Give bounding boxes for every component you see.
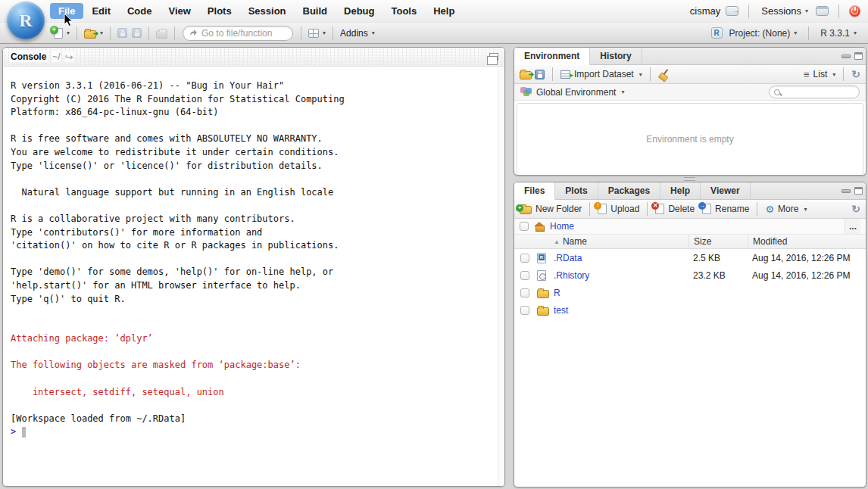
tab-history[interactable]: History [590,48,642,64]
menu-tools[interactable]: Tools [382,3,425,19]
delete-button[interactable]: ✕ Delete [655,204,695,214]
breadcrumb-home[interactable]: Home [550,221,574,232]
open-in-new-window-icon[interactable]: ↪ [65,52,73,62]
rhistory-file-icon [537,270,546,281]
environment-search[interactable] [769,86,860,98]
environment-tabbar: Environment History [514,48,866,65]
chevron-down-icon: ▾ [639,71,642,78]
new-file-button[interactable]: ▾ [52,26,72,40]
save-workspace-button[interactable] [535,70,545,79]
column-header-modified[interactable]: Modified [748,235,866,248]
sessions-menu[interactable]: Sessions ▾ [759,4,810,18]
load-workspace-button[interactable] [520,69,532,79]
file-link[interactable]: .RData [554,253,582,263]
more-button[interactable]: ⚙ More ▾ [765,204,807,214]
file-size [688,284,748,301]
console-pane: Console ~/ ↪ R version 3.3.1 (2016-06-21… [2,47,505,487]
tab-environment[interactable]: Environment [514,48,590,65]
file-modified [748,301,866,319]
addins-button[interactable]: Addins ▾ [338,26,377,40]
save-button[interactable] [115,26,130,39]
sessions-label: Sessions [761,5,801,17]
console-line [11,199,497,213]
power-quit-button[interactable] [849,5,860,17]
clear-workspace-button[interactable] [658,69,670,80]
panes-layout-button[interactable]: ▾ [306,27,328,39]
menu-debug[interactable]: Debug [336,3,382,19]
file-row[interactable]: .RData 2.5 KB Aug 14, 2016, 12:26 PM [514,249,866,266]
path-options-button[interactable]: ... [845,219,860,234]
file-row[interactable]: test [514,301,866,319]
tab-packages[interactable]: Packages [598,182,660,199]
maximize-pane-icon[interactable] [854,52,863,60]
console-line: R is free software and comes with ABSOLU… [11,132,497,146]
file-row[interactable]: R [514,284,866,301]
console-line: 'citation()' on how to cite R or R packa… [11,239,497,253]
file-checkbox[interactable] [520,288,529,297]
console-message-line: The following objects are masked from ‘p… [11,359,497,372]
project-menu[interactable]: Project: (None) ▾ [727,26,800,40]
menu-session[interactable]: Session [240,3,295,19]
r-version-label: R 3.3.1 [820,28,850,39]
maximize-pane-icon[interactable] [854,187,863,195]
chevron-down-icon: ▾ [323,30,326,36]
file-link[interactable]: .Rhistory [554,270,589,281]
menu-edit[interactable]: Edit [83,3,119,19]
menu-build[interactable]: Build [295,3,336,19]
r-version-menu[interactable]: R 3.3.1 ▾ [818,26,859,40]
menu-code[interactable]: Code [119,3,161,19]
pane-resize-handle[interactable] [684,177,695,181]
refresh-environment-button[interactable]: ↻ [851,69,860,79]
minimize-pane-icon[interactable] [841,189,851,193]
file-checkbox[interactable] [520,271,529,280]
tab-files[interactable]: Files [514,182,555,200]
folder-link[interactable]: R [554,288,560,298]
sign-out-icon[interactable] [726,6,738,16]
console-message-line: Attaching package: ‘dplyr’ [11,332,497,346]
maximize-console-icon[interactable] [489,53,498,61]
files-toolbar: + New Folder ↑ Upload ✕ Delete → Rename … [514,200,866,219]
console-line: Type 'demo()' for some demos, 'help()' f… [11,266,497,279]
console-line [11,173,497,186]
environment-search-input[interactable] [784,88,854,97]
goto-file-input[interactable] [201,28,283,39]
menu-view[interactable]: View [160,3,198,19]
minimize-pane-icon[interactable] [841,55,851,58]
refresh-files-button[interactable]: ↻ [851,204,860,214]
upload-label: Upload [610,204,639,214]
refresh-icon: ↻ [851,204,860,214]
console-line: Type 'contributors()' for more informati… [11,226,497,240]
chevron-down-icon: ▾ [100,30,103,36]
tab-help[interactable]: Help [660,182,701,199]
main-toolbar: ▾ ▾ ▾ Addins ▾ R Project: (None) ▾ R 3.3… [0,22,868,44]
save-all-button[interactable] [130,26,144,39]
environment-scope-selector[interactable]: Global Environment ▾ [536,87,624,98]
save-all-icon [132,28,142,38]
import-dataset-button[interactable]: Import Dataset ▾ [560,69,642,79]
console-output[interactable]: R version 3.3.1 (2016-06-21) -- "Bug in … [3,67,504,439]
open-folder-icon [520,71,532,79]
new-session-icon[interactable] [816,6,829,16]
files-pane: Files Plots Packages Help Viewer + New F… [514,182,866,487]
upload-button[interactable]: ↑ Upload [598,204,639,214]
tab-viewer[interactable]: Viewer [701,182,750,199]
goto-file-search[interactable] [183,26,293,41]
select-all-checkbox[interactable] [520,222,529,231]
open-file-button[interactable]: ▾ [82,26,105,40]
menu-help[interactable]: Help [425,3,463,19]
console-scrollbar[interactable] [498,67,504,486]
list-view-button[interactable]: ≡ List ▾ [804,69,835,79]
new-folder-button[interactable]: + New Folder [520,204,582,214]
rename-button[interactable]: → Rename [702,204,749,214]
file-row[interactable]: .Rhistory 23.2 KB Aug 14, 2016, 12:26 PM [514,266,866,284]
file-checkbox[interactable] [520,306,529,315]
console-line: R version 3.3.1 (2016-06-21) -- "Bug in … [11,79,497,93]
column-header-name[interactable]: ▲ Name [554,236,688,247]
folder-link[interactable]: test [554,305,568,316]
console-prompt-row[interactable]: > [11,425,497,439]
print-button[interactable] [154,26,170,40]
menu-plots[interactable]: Plots [199,3,240,19]
file-checkbox[interactable] [520,254,529,263]
tab-plots[interactable]: Plots [555,182,598,199]
column-header-size[interactable]: Size [688,235,748,248]
